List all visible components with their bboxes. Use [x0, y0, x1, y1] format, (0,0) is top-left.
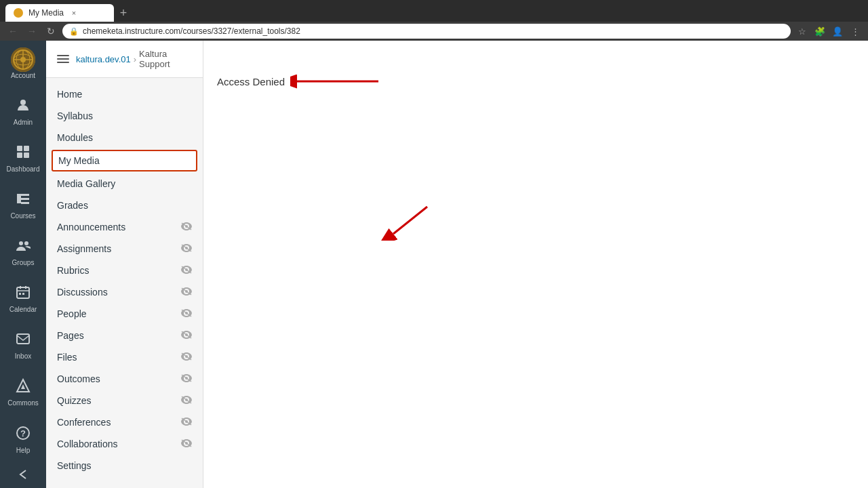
visibility-icon[interactable] [181, 287, 192, 298]
app-layout: Account Admin Dashboard [0, 41, 868, 488]
course-nav-item[interactable]: My Media [52, 150, 197, 171]
nav-item-label: Conferences [57, 417, 111, 428]
svg-rect-19 [22, 293, 24, 295]
svg-line-37 [393, 207, 427, 234]
calendar-icon [11, 280, 35, 304]
annotation-arrow-right [290, 68, 385, 95]
course-nav-item[interactable]: Rubrics [46, 260, 203, 281]
active-tab[interactable]: My Media × [5, 4, 114, 22]
course-nav-item[interactable]: Conferences [46, 411, 203, 433]
inbox-label: Inbox [15, 352, 31, 360]
course-nav-item[interactable]: Grades [46, 195, 203, 216]
course-nav-item[interactable]: Outcomes [46, 368, 203, 390]
extension-icon[interactable]: 🧩 [812, 24, 827, 39]
courses-icon [11, 186, 35, 211]
tab-title: My Media [28, 8, 64, 18]
breadcrumb-course[interactable]: kaltura.dev.01 [76, 54, 131, 64]
course-nav-item[interactable]: Assignments [46, 238, 203, 260]
course-nav-item[interactable]: Settings [46, 455, 203, 476]
help-icon: ? [11, 421, 35, 445]
course-nav-item[interactable]: Collaborations [46, 433, 203, 455]
visibility-icon[interactable] [181, 244, 192, 254]
back-button[interactable]: ← [5, 24, 20, 39]
menu-icon[interactable]: ⋮ [848, 24, 863, 39]
course-nav-header: kaltura.dev.01 › Kaltura Support [46, 41, 203, 78]
global-nav-admin[interactable]: Admin [0, 86, 46, 133]
visibility-icon[interactable] [181, 396, 192, 406]
visibility-icon[interactable] [181, 439, 192, 449]
course-nav-item[interactable]: Pages [46, 325, 203, 346]
svg-point-7 [20, 100, 26, 105]
global-nav-account[interactable]: Account [0, 41, 46, 86]
svg-rect-18 [19, 293, 21, 295]
visibility-icon[interactable] [181, 309, 192, 319]
groups-label: Groups [12, 259, 35, 266]
dashboard-label: Dashboard [7, 165, 40, 173]
access-denied-area: Access Denied [217, 68, 854, 95]
dashboard-icon [11, 140, 35, 164]
svg-rect-11 [24, 152, 29, 158]
course-nav-item[interactable]: People [46, 303, 203, 325]
visibility-icon[interactable] [181, 222, 192, 232]
browser-toolbar: ← → ↻ 🔒 chemeketa.instructure.com/course… [0, 22, 868, 41]
nav-item-label: Media Gallery [57, 178, 115, 189]
course-nav-item[interactable]: Syllabus [46, 105, 203, 127]
global-nav-help[interactable]: ? Help [0, 414, 46, 461]
tab-close-button[interactable]: × [69, 8, 79, 18]
visibility-icon[interactable] [181, 266, 192, 276]
svg-point-13 [24, 241, 28, 245]
visibility-icon[interactable] [181, 331, 192, 341]
global-nav: Account Admin Dashboard [0, 41, 46, 488]
course-nav-item[interactable]: Home [46, 83, 203, 105]
visibility-icon[interactable] [181, 352, 192, 363]
nav-item-label: Files [57, 352, 77, 363]
visibility-icon[interactable] [181, 418, 192, 428]
global-nav-dashboard[interactable]: Dashboard [0, 133, 46, 180]
avatar [11, 47, 35, 72]
nav-item-label: Syllabus [57, 110, 93, 121]
nav-item-label: Modules [57, 132, 93, 143]
course-nav-item[interactable]: Quizzes [46, 390, 203, 411]
collapse-nav-button[interactable] [0, 461, 46, 488]
global-nav-courses[interactable]: Courses [0, 180, 46, 226]
hamburger-menu-button[interactable] [57, 55, 69, 63]
course-nav-item[interactable]: Announcements [46, 216, 203, 238]
forward-button[interactable]: → [24, 24, 39, 39]
nav-item-label: Outcomes [57, 373, 100, 384]
nav-item-label: Grades [57, 200, 88, 211]
svg-rect-8 [17, 146, 22, 151]
global-nav-groups[interactable]: Groups [0, 226, 46, 273]
breadcrumb-separator: › [134, 54, 136, 64]
breadcrumb-current: Kaltura Support [139, 49, 192, 69]
nav-item-label: Rubrics [57, 265, 89, 276]
profile-icon[interactable]: 👤 [830, 24, 845, 39]
address-bar[interactable]: 🔒 chemeketa.instructure.com/courses/3327… [62, 24, 791, 39]
courses-label: Courses [10, 212, 35, 220]
course-nav-item[interactable]: Files [46, 346, 203, 368]
reload-button[interactable]: ↻ [43, 24, 58, 39]
svg-rect-20 [17, 334, 29, 344]
global-nav-commons[interactable]: Commons [0, 367, 46, 413]
global-nav-calendar[interactable]: Calendar [0, 273, 46, 320]
browser-tabs: My Media × + [0, 0, 868, 22]
new-tab-button[interactable]: + [114, 4, 133, 22]
svg-point-12 [19, 241, 23, 245]
access-denied-text: Access Denied [217, 76, 285, 87]
visibility-icon[interactable] [181, 374, 192, 384]
commons-label: Commons [7, 399, 39, 407]
inbox-icon [11, 327, 35, 351]
calendar-label: Calendar [9, 306, 37, 313]
nav-item-label: Quizzes [57, 395, 92, 406]
star-icon[interactable]: ☆ [795, 24, 810, 39]
svg-text:?: ? [20, 428, 26, 439]
course-nav-item[interactable]: Media Gallery [46, 173, 203, 195]
nav-item-label: Assignments [57, 243, 111, 254]
nav-item-label: Collaborations [57, 439, 118, 449]
main-content: Access Denied [203, 41, 868, 488]
course-nav-item[interactable]: Modules [46, 127, 203, 148]
course-nav-item[interactable]: Discussions [46, 281, 203, 303]
admin-label: Admin [14, 119, 33, 126]
global-nav-inbox[interactable]: Inbox [0, 320, 46, 367]
nav-item-label: Pages [57, 330, 84, 341]
svg-point-4 [20, 57, 26, 62]
